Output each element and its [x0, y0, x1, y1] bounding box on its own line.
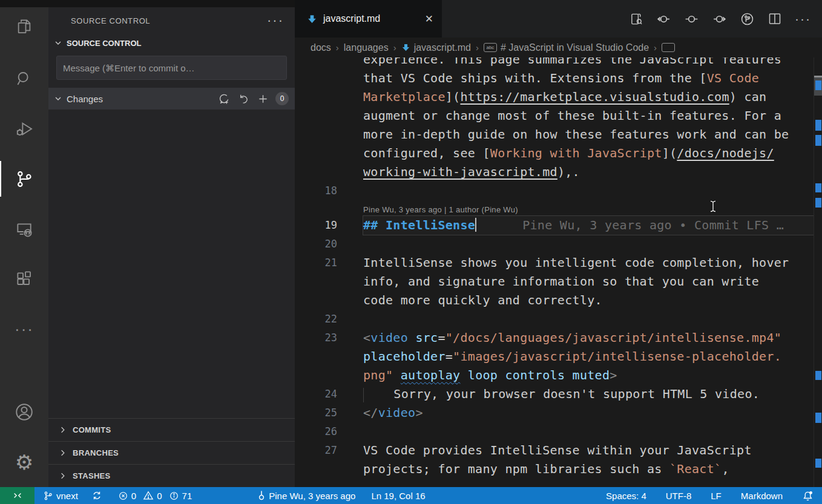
code-line[interactable]: that VS Code ships with. Extensions from… — [295, 69, 814, 88]
line-number: 20 — [295, 235, 337, 254]
editor-content[interactable]: experience. This page summarizes the Jav… — [295, 57, 822, 487]
open-preview-icon[interactable] — [630, 12, 643, 26]
commit-message-input[interactable] — [56, 56, 287, 80]
editor-actions: ··· — [630, 0, 822, 38]
open-changes-icon[interactable] — [684, 11, 699, 27]
accounts-button[interactable] — [0, 387, 48, 437]
line-number — [295, 125, 337, 144]
code-line[interactable]: 25</video> — [295, 404, 814, 422]
change-mark — [815, 183, 821, 192]
sidebar-item-explorer[interactable] — [0, 7, 48, 46]
changes-section-header[interactable]: Changes 0 — [48, 88, 295, 110]
tab-javascript-md[interactable]: javascript.md ✕ — [295, 0, 442, 38]
text-caret — [475, 218, 476, 232]
cursor-position-item[interactable]: Ln 19, Col 16 — [371, 491, 425, 501]
indentation-label: Spaces: 4 — [606, 491, 646, 501]
stashes-section-header[interactable]: STASHES — [48, 464, 295, 487]
views-and-more-actions-icon[interactable]: ··· — [267, 18, 284, 24]
close-icon[interactable]: ✕ — [425, 13, 433, 25]
code-line[interactable]: 26 — [295, 422, 814, 441]
sidebar-item-more-views[interactable]: ··· — [0, 304, 48, 355]
remote-indicator[interactable] — [0, 487, 35, 504]
code-line[interactable]: 24 Sorry, your browser doesn't support H… — [295, 385, 814, 404]
more-actions-icon[interactable]: ··· — [795, 11, 811, 26]
breadcrumb-item-file[interactable]: javascript.md — [401, 42, 471, 53]
sync-icon — [91, 490, 102, 501]
stage-all-icon[interactable] — [257, 93, 269, 105]
code-line[interactable]: configured, see [Working with JavaScript… — [295, 144, 814, 163]
code-line[interactable]: more in-depth guide on how these feature… — [295, 125, 814, 144]
encoding-item[interactable]: UTF-8 — [666, 491, 692, 501]
code-text: Pine Wu, 3 years ago | 1 author (Pine Wu… — [363, 200, 814, 216]
search-icon — [15, 70, 33, 88]
breadcrumb-item-heading[interactable]: abc # JavaScript in Visual Studio Code — [484, 42, 649, 53]
code-line[interactable]: info, and signature information so that … — [295, 272, 814, 291]
blame-text: Pine Wu, 3 years ago — [269, 491, 355, 501]
commits-section-header[interactable]: COMMITS — [48, 418, 295, 441]
code-line[interactable]: code more quickly and correctly. — [295, 291, 814, 310]
blame-status-item[interactable]: Pine Wu, 3 years ago — [257, 489, 355, 502]
next-revision-icon[interactable] — [712, 11, 727, 27]
line-number: 23 — [295, 329, 337, 347]
code-line[interactable]: 19## IntelliSensePine Wu, 3 years ago • … — [295, 216, 814, 235]
sidebar-item-source-control[interactable] — [0, 154, 48, 204]
language-mode-item[interactable]: Markdown — [741, 491, 783, 501]
activity-bar: ··· ⚙ — [0, 7, 48, 487]
sidebar-item-extensions[interactable] — [0, 254, 48, 304]
problems-status-item[interactable]: 0 0 71 — [118, 490, 192, 501]
editor-scrollbar[interactable] — [814, 57, 822, 487]
code-line[interactable]: placeholder="images/javascript/intellise… — [295, 347, 814, 366]
code-line[interactable]: working-with-javascript.md),. — [295, 163, 814, 182]
file-history-icon[interactable] — [740, 11, 755, 27]
codelens-annotation[interactable]: Pine Wu, 3 years ago | 1 author (Pine Wu… — [295, 200, 814, 216]
discard-changes-icon[interactable] — [238, 93, 249, 105]
branches-section-header[interactable]: BRANCHES — [48, 441, 295, 464]
line-number — [295, 163, 337, 182]
code-line[interactable]: 22 — [295, 310, 814, 329]
change-mark — [815, 198, 821, 208]
eol-item[interactable]: LF — [711, 491, 722, 501]
code-line[interactable]: 27VS Code provides IntelliSense within y… — [295, 441, 814, 460]
line-number — [295, 272, 337, 291]
chevron-right-icon — [58, 448, 67, 457]
code-line[interactable]: 18 — [295, 182, 814, 200]
source-control-sidebar: SOURCE CONTROL ··· SOURCE CONTROL Change… — [48, 7, 295, 487]
previous-revision-icon[interactable] — [656, 11, 671, 27]
code-text: </video> — [363, 404, 814, 422]
markdown-file-icon — [307, 14, 317, 24]
code-line[interactable]: 20 — [295, 235, 814, 254]
line-number — [295, 366, 337, 385]
code-text: <video src="/docs/languages/javascript/i… — [363, 329, 814, 347]
code-line[interactable]: png" autoplay loop controls muted> — [295, 366, 814, 385]
error-count: 0 — [131, 491, 136, 501]
sync-status-item[interactable] — [91, 490, 102, 501]
code-line[interactable]: augment or change most of these built-in… — [295, 106, 814, 125]
line-number — [295, 460, 337, 479]
sidebar-item-run-debug[interactable] — [0, 103, 48, 154]
indentation-item[interactable]: Spaces: 4 — [606, 491, 646, 501]
code-line[interactable]: 21IntelliSense shows you intelligent cod… — [295, 254, 814, 272]
code-line[interactable]: projects; for many npm libraries such as… — [295, 460, 814, 479]
stash-all-icon[interactable] — [219, 93, 230, 105]
code-line[interactable]: experience. This page summarizes the Jav… — [295, 57, 814, 69]
branch-name: vnext — [56, 491, 78, 501]
split-editor-icon[interactable] — [768, 11, 782, 26]
stashes-label: STASHES — [73, 471, 111, 480]
breadcrumb-item-docs[interactable]: docs — [311, 42, 331, 53]
activity-bar-spacer — [0, 355, 48, 387]
code-line[interactable]: 23<video src="/docs/languages/javascript… — [295, 329, 814, 347]
settings-button[interactable]: ⚙ — [0, 437, 48, 487]
cursor-position-label: Ln 19, Col 16 — [371, 491, 425, 501]
sidebar-item-remote-explorer[interactable] — [0, 204, 48, 254]
breadcrumb-item-languages[interactable]: languages — [344, 42, 389, 53]
code-text: experience. This page summarizes the Jav… — [363, 57, 814, 69]
sidebar-item-search[interactable] — [0, 53, 48, 103]
chevron-down-icon — [53, 38, 63, 48]
code-line[interactable]: Marketplace](https://marketplace.visuals… — [295, 88, 814, 106]
notifications-item[interactable] — [802, 490, 814, 502]
branch-status-item[interactable]: vnext — [43, 491, 78, 501]
code-text: png" autoplay loop controls muted> — [363, 366, 814, 385]
code-text: configured, see [Working with JavaScript… — [363, 144, 814, 163]
source-control-section-header[interactable]: SOURCE CONTROL — [48, 34, 295, 52]
line-number — [295, 88, 337, 106]
